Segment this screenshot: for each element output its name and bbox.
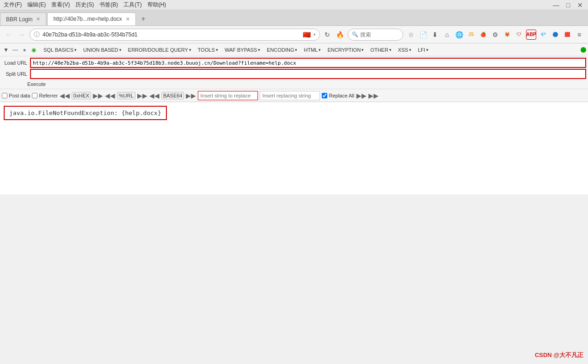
- tab-help-docx[interactable]: http://40e7b...me=help.docx ✕: [47, 12, 135, 25]
- waf-bypass-label: WAF BYPASS: [225, 47, 257, 53]
- menu-icon[interactable]: ≡: [574, 30, 584, 40]
- url-encode-btn[interactable]: %URL: [117, 92, 135, 99]
- hackbar-circle-icon[interactable]: ◉: [30, 46, 38, 54]
- ext1-icon[interactable]: 🍎: [478, 30, 488, 40]
- refresh-button[interactable]: ↻: [323, 30, 332, 39]
- load-url-row: Load URL: [2, 58, 586, 68]
- menu-help[interactable]: 帮助(H): [147, 1, 166, 9]
- tab-close-bbr[interactable]: ✕: [36, 16, 40, 22]
- abp-icon[interactable]: ABP: [526, 30, 536, 40]
- ext2-icon[interactable]: ⚙: [490, 30, 500, 40]
- right-arrow-1: ▶▶: [93, 92, 103, 99]
- main-content: java.io.FileNotFoundException: {help.doc…: [0, 102, 588, 194]
- error-box: java.io.FileNotFoundException: {help.doc…: [4, 106, 167, 120]
- lfi-arrow: ▾: [426, 48, 429, 52]
- close-button[interactable]: ✕: [576, 1, 584, 9]
- menu-file[interactable]: 文件(F): [4, 1, 22, 9]
- menu-view[interactable]: 查看(V): [51, 1, 70, 9]
- js-icon[interactable]: JS: [466, 30, 476, 40]
- menu-encoding[interactable]: ENCODING ▾: [264, 46, 300, 54]
- encryption-arrow: ▾: [361, 48, 364, 52]
- home-icon[interactable]: ⌂: [442, 30, 452, 40]
- reading-icon[interactable]: 📄: [418, 30, 428, 40]
- menu-error-double[interactable]: ERROR/DOUBLE QUERY ▾: [125, 46, 194, 54]
- ext3-icon[interactable]: 🦊: [502, 30, 512, 40]
- maximize-button[interactable]: □: [564, 1, 572, 9]
- hackbar-menu: ▼ — ● ◉ SQL BASICS ▾ UNION BASED ▾ ERROR…: [0, 43, 588, 56]
- forward-button[interactable]: →: [17, 30, 27, 39]
- globe-icon[interactable]: 🌐: [454, 30, 464, 40]
- tab-close-helpdocx[interactable]: ✕: [126, 16, 130, 22]
- minimize-button[interactable]: —: [552, 1, 560, 9]
- split-url-input[interactable]: [30, 69, 586, 79]
- replacing-string-input[interactable]: [260, 91, 320, 100]
- hackbar-dash-icon[interactable]: —: [11, 46, 19, 54]
- hackbar-dot-icon[interactable]: ●: [20, 46, 29, 54]
- title-bar-menu: 文件(F) 编辑(E) 查看(V) 历史(S) 书签(B) 工具(T) 帮助(H…: [4, 1, 166, 9]
- menu-tools[interactable]: 工具(T): [123, 1, 141, 9]
- back-button[interactable]: ←: [4, 30, 14, 39]
- replace-all-label: Replace All: [329, 93, 354, 98]
- menu-html[interactable]: HTML ▾: [301, 46, 324, 54]
- split-url-row: Split URL: [2, 69, 586, 79]
- menu-sql-basics[interactable]: SQL BASICS ▾: [41, 46, 80, 54]
- new-tab-button[interactable]: +: [137, 12, 150, 25]
- menu-xss[interactable]: XSS ▾: [395, 46, 414, 54]
- hex-encode-btn[interactable]: 0xHEX: [72, 92, 91, 99]
- execute-row: Execute: [0, 80, 588, 89]
- replace-string-input[interactable]: [198, 91, 258, 100]
- dropdown-icon[interactable]: ▾: [313, 32, 316, 37]
- replace-all-checkbox[interactable]: [322, 93, 327, 98]
- encoding-label: ENCODING: [267, 47, 294, 53]
- html-label: HTML: [304, 47, 318, 53]
- address-input[interactable]: [43, 31, 300, 38]
- ext4-icon[interactable]: 🛡: [514, 30, 524, 40]
- star-icon[interactable]: ☆: [406, 30, 416, 40]
- load-url-input[interactable]: [30, 58, 586, 68]
- menu-encryption[interactable]: ENCRYPTION ▾: [325, 46, 367, 54]
- menu-bookmarks[interactable]: 书签(B): [99, 1, 118, 9]
- waf-bypass-arrow: ▾: [258, 48, 260, 52]
- search-input[interactable]: [360, 31, 397, 38]
- address-input-wrap: ⓘ 🇨🇳 ▾: [30, 29, 320, 41]
- toolbar-icons: ☆ 📄 ⬇ ⌂ 🌐 JS 🍎 ⚙ 🦊 🛡 ABP 💎 🔵 🟥 ≡: [406, 30, 584, 40]
- xss-arrow: ▾: [409, 48, 411, 52]
- hackbar-toggle-icon[interactable]: ▼: [2, 46, 10, 54]
- address-bar: ← → ⓘ 🇨🇳 ▾ ↻ 🔥 🔍 ☆ 📄 ⬇ ⌂ 🌐 JS 🍎 ⚙ 🦊 🛡 AB…: [0, 26, 588, 43]
- watermark: CSDN @大不凡正: [535, 351, 583, 359]
- sql-basics-label: SQL BASICS: [43, 47, 74, 53]
- menu-tools[interactable]: TOOLS ▾: [195, 46, 221, 54]
- referrer-checkbox[interactable]: [32, 93, 37, 98]
- other-arrow: ▾: [389, 48, 392, 52]
- right-arrow-2: ▶▶: [137, 92, 147, 99]
- execute-button[interactable]: Execute: [27, 81, 46, 87]
- error-double-arrow: ▾: [189, 48, 191, 52]
- tab-label: BBR Login: [6, 16, 32, 23]
- title-bar: 文件(F) 编辑(E) 查看(V) 历史(S) 书签(B) 工具(T) 帮助(H…: [0, 0, 588, 10]
- download-icon[interactable]: ⬇: [430, 30, 440, 40]
- replace-all-check[interactable]: Replace All: [322, 93, 354, 98]
- ext7-icon[interactable]: 🟥: [562, 30, 572, 40]
- menu-history[interactable]: 历史(S): [75, 1, 94, 9]
- left-arrow-2: ◀◀: [105, 92, 115, 99]
- referrer-check[interactable]: Referrer: [32, 93, 57, 98]
- ext5-icon[interactable]: 💎: [538, 30, 548, 40]
- menu-edit[interactable]: 编辑(E): [27, 1, 46, 9]
- menu-lfi[interactable]: LFI ▾: [415, 46, 431, 54]
- status-indicator: [581, 47, 586, 53]
- search-icon: 🔍: [352, 31, 358, 37]
- menu-other[interactable]: OTHER ▾: [368, 46, 394, 54]
- fire-icon[interactable]: 🔥: [335, 30, 345, 40]
- hackbar-toolbar: Post data Referrer ◀◀ 0xHEX ▶▶ ◀◀ %URL ▶…: [0, 89, 588, 102]
- post-data-check[interactable]: Post data: [2, 93, 30, 98]
- flag-icon: 🇨🇳: [303, 31, 311, 38]
- ext6-icon[interactable]: 🔵: [550, 30, 560, 40]
- tab-bbr-login[interactable]: BBR Login ✕: [0, 12, 46, 25]
- tab-label-active: http://40e7b...me=help.docx: [53, 16, 122, 22]
- menu-waf-bypass[interactable]: WAF BYPASS ▾: [222, 46, 263, 54]
- hackbar-url-area: Load URL Split URL: [0, 56, 588, 80]
- base64-encode-btn[interactable]: BASE64: [161, 92, 184, 99]
- menu-union-based[interactable]: UNION BASED ▾: [80, 46, 124, 54]
- tab-bar: BBR Login ✕ http://40e7b...me=help.docx …: [0, 10, 588, 26]
- post-data-checkbox[interactable]: [2, 93, 7, 98]
